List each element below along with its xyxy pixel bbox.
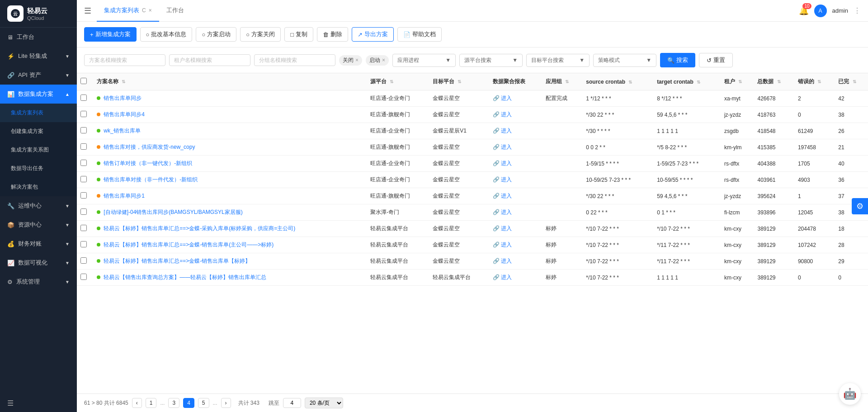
closed-tag-label: 关闭	[343, 57, 354, 64]
tab-workbench[interactable]: 工作台	[159, 0, 191, 22]
row-data-report[interactable]: 🔗 进入	[489, 204, 542, 221]
add-integration-button[interactable]: + 新增集成方案	[84, 27, 137, 42]
row-data-report[interactable]: 🔗 进入	[489, 221, 542, 237]
page-next-button[interactable]: ›	[221, 398, 231, 408]
target-platform-select[interactable]: 目标平台搜索 ▼	[526, 54, 590, 67]
sort-icon[interactable]: ⇅	[853, 79, 856, 84]
lite-icon: ⚡	[7, 53, 14, 60]
row-data-report[interactable]: 🔗 进入	[489, 90, 542, 107]
settings-fab[interactable]: ⚙	[852, 198, 868, 214]
row-check[interactable]	[77, 204, 93, 221]
sidebar-item-ops[interactable]: 🔧 运维中心 ▼	[0, 196, 77, 215]
sidebar-item-api[interactable]: 🔗 API 资产 ▼	[0, 66, 77, 85]
row-data-report[interactable]: 🔗 进入	[489, 172, 542, 188]
row-plan-name: 销售出库对接，供应商发货-new_copy	[93, 139, 367, 156]
collapse-icon[interactable]: ☰	[7, 399, 14, 407]
page-1-button[interactable]: 1	[146, 398, 157, 408]
help-button[interactable]: 📄 帮助文档	[397, 27, 442, 42]
row-app-group: 配置完成	[542, 90, 582, 107]
tab-close-icon[interactable]: C	[142, 7, 146, 14]
row-data-report[interactable]: 🔗 进入	[489, 237, 542, 253]
notification-bell[interactable]: 🔔 10	[799, 6, 809, 16]
row-data-report[interactable]: 🔗 进入	[489, 188, 542, 204]
tab-integration-list[interactable]: 集成方案列表 C ×	[97, 0, 159, 22]
reset-button[interactable]: ↺ 重置	[699, 53, 733, 67]
row-check[interactable]	[77, 237, 93, 253]
sidebar-item-finance[interactable]: 💰 财务对账 ▼	[0, 234, 77, 253]
running-tag-remove[interactable]: ×	[382, 57, 385, 63]
row-check[interactable]	[77, 107, 93, 123]
sort-icon[interactable]: ⇅	[122, 79, 125, 84]
row-check[interactable]	[77, 221, 93, 237]
page-4-button[interactable]: 4	[183, 398, 194, 408]
export-button[interactable]: ↗ 导出方案	[352, 27, 394, 42]
per-page-select[interactable]: 20 条/页 50 条/页 100 条/页	[305, 398, 343, 408]
tab-pin-icon[interactable]: ×	[149, 7, 152, 14]
closed-tag-remove[interactable]: ×	[355, 57, 359, 63]
search-button[interactable]: 🔍 搜索	[660, 53, 695, 67]
row-tenant: km-cxy	[721, 237, 754, 253]
row-check[interactable]	[77, 139, 93, 156]
sidebar-item-lite[interactable]: ⚡ Lite 轻集成 ▼	[0, 47, 77, 66]
source-platform-select[interactable]: 源平台搜索 ▼	[459, 54, 523, 67]
row-check[interactable]	[77, 270, 93, 286]
sort-icon[interactable]: ⇅	[628, 80, 632, 85]
row-check[interactable]	[77, 172, 93, 188]
row-data-report[interactable]: 🔗 进入	[489, 253, 542, 270]
page-3-button[interactable]: 3	[168, 398, 179, 408]
more-icon[interactable]: ⋮	[854, 6, 861, 15]
delete-button[interactable]: 🗑 删除	[317, 27, 348, 42]
row-data-report[interactable]: 🔗 进入	[489, 123, 542, 139]
sidebar-item-data-integration[interactable]: 📊 数据集成方案 ▲	[0, 85, 77, 104]
sidebar-item-solution-package[interactable]: 解决方案包	[0, 178, 77, 196]
menu-toggle-icon[interactable]: ☰	[84, 6, 91, 16]
row-check[interactable]	[77, 253, 93, 270]
row-check[interactable]	[77, 156, 93, 172]
sort-icon[interactable]: ⇅	[817, 79, 821, 84]
closed-status-tag[interactable]: 关闭 ×	[339, 55, 362, 66]
sidebar-item-resource[interactable]: 📦 资源中心 ▼	[0, 215, 77, 234]
chevron-down-icon: ▼	[579, 57, 585, 63]
batch-edit-button[interactable]: ○ 批改基本信息	[140, 27, 193, 42]
sort-icon[interactable]: ⇅	[565, 79, 569, 84]
sort-icon[interactable]: ⇅	[390, 79, 393, 84]
copy-button[interactable]: □ 复制	[284, 27, 313, 42]
row-source-platform: 旺店通-旗舰奇门	[367, 139, 429, 156]
sidebar-item-workbench[interactable]: 🖥 工作台	[0, 28, 77, 47]
close-button[interactable]: ○ 方案关闭	[240, 27, 281, 42]
page-jump-input[interactable]	[283, 398, 301, 408]
sort-icon[interactable]: ⇅	[738, 79, 742, 84]
tenant-name-search-input[interactable]	[169, 54, 250, 66]
plan-name-search-input[interactable]	[84, 54, 165, 66]
chatbot-button[interactable]: 🤖	[839, 383, 861, 405]
row-total: 389129	[754, 270, 794, 286]
sort-icon[interactable]: ⇅	[697, 80, 700, 85]
sidebar-item-data-viz[interactable]: 📈 数据可视化 ▼	[0, 253, 77, 272]
select-all-checkbox[interactable]	[80, 78, 87, 84]
app-process-select[interactable]: 应用进程 ▼	[392, 54, 456, 67]
sidebar-item-integration-relation[interactable]: 集成方案关系图	[0, 141, 77, 159]
row-data-report[interactable]: 🔗 进入	[489, 107, 542, 123]
sort-icon[interactable]: ⇅	[777, 79, 781, 84]
row-check[interactable]	[77, 90, 93, 107]
start-button[interactable]: ○ 方案启动	[196, 27, 236, 42]
sidebar-item-data-export[interactable]: 数据导出任务	[0, 159, 77, 178]
page-prev-button[interactable]: ‹	[132, 398, 142, 408]
strategy-mode-select[interactable]: 策略模式 ▼	[593, 54, 656, 67]
sidebar-item-create-integration[interactable]: 创建集成方案	[0, 122, 77, 141]
row-data-report[interactable]: 🔗 进入	[489, 270, 542, 286]
finance-icon: 💰	[7, 241, 14, 247]
running-status-tag[interactable]: 启动 ×	[366, 55, 389, 66]
chevron-down-icon: ▼	[65, 223, 70, 227]
row-data-report[interactable]: 🔗 进入	[489, 156, 542, 172]
row-tenant: km-cxy	[721, 270, 754, 286]
sort-icon[interactable]: ⇅	[458, 79, 461, 84]
group-name-search-input[interactable]	[254, 54, 335, 66]
sidebar-item-integration-list[interactable]: 集成方案列表	[0, 104, 77, 122]
row-check[interactable]	[77, 188, 93, 204]
row-data-report[interactable]: 🔗 进入	[489, 139, 542, 156]
page-5-button[interactable]: 5	[198, 398, 209, 408]
row-check[interactable]	[77, 123, 93, 139]
row-tenant: fi-lzcm	[721, 204, 754, 221]
sidebar-item-sys[interactable]: ⚙ 系统管理 ▼	[0, 272, 77, 291]
